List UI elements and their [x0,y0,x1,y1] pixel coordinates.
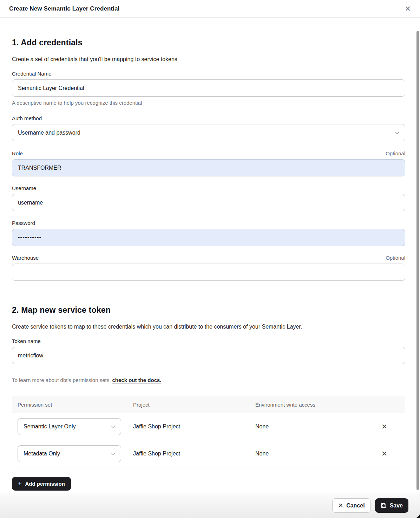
role-input[interactable] [12,159,405,176]
role-optional-tag: Optional [386,150,405,156]
section-heading-add-credentials: 1. Add credentials [12,38,405,47]
environment-write-access-cell: None [255,451,379,457]
username-field: Username [12,185,405,211]
auth-method-select[interactable]: Username and password [12,124,405,141]
remove-permission-icon[interactable]: ✕ [379,422,389,432]
permission-docs-note-text: To learn more about dbt's permission set… [12,377,112,383]
cancel-x-icon: ✕ [338,502,343,509]
create-credential-modal: Create New Semantic Layer Credential ✕ 1… [0,0,420,518]
project-cell: Jaffle Shop Project [133,451,255,457]
permission-set-select[interactable]: Metadata Only [18,445,121,462]
token-name-label: Token name [12,338,41,344]
close-icon[interactable]: ✕ [403,4,412,14]
remove-permission-icon[interactable]: ✕ [379,449,389,459]
credential-name-label: Credential Name [12,71,52,77]
add-permission-button[interactable]: + Add permission [12,477,71,491]
chevron-down-icon [395,130,399,134]
plus-icon: + [18,481,22,487]
scrollbar[interactable] [416,31,419,490]
token-name-input[interactable] [12,347,405,364]
save-label: Save [390,503,403,509]
warehouse-input[interactable] [12,264,405,281]
add-permission-label: Add permission [25,481,65,487]
permissions-table: Permission set Project Environment write… [12,396,405,467]
modal-footer: ✕ Cancel Save [0,493,420,518]
modal-header: Create New Semantic Layer Credential ✕ [0,0,420,18]
permission-row: Semantic Layer Only Jaffle Shop Project … [12,413,405,440]
role-label: Role [12,150,23,156]
permissions-table-header: Permission set Project Environment write… [12,396,405,413]
section-heading-map-service-token: 2. Map new service token [12,305,405,315]
section-description-add-credentials: Create a set of credentials that you'll … [12,56,405,63]
permission-set-selected-value: Semantic Layer Only [24,423,76,430]
auth-method-selected-value: Username and password [18,130,80,136]
username-input[interactable] [12,194,405,211]
auth-method-field: Auth method Username and password [12,115,405,141]
section-description-map-service-token: Create service tokens to map to these cr… [12,324,405,330]
project-cell: Jaffle Shop Project [133,423,255,430]
password-label: Password [12,220,35,226]
credential-name-helper: A descriptive name to help you recognize… [12,100,405,106]
credential-name-input[interactable] [12,79,405,97]
chevron-down-icon [111,451,115,455]
warehouse-field: Warehouse Optional [12,255,405,281]
environment-write-access-cell: None [255,423,379,430]
auth-method-label: Auth method [12,115,42,121]
permission-docs-note: To learn more about dbt's permission set… [12,377,405,383]
modal-title: Create New Semantic Layer Credential [9,5,119,12]
password-input[interactable] [12,229,405,246]
credential-name-field: Credential Name A descriptive name to he… [12,71,405,106]
warehouse-label: Warehouse [12,255,39,261]
permission-set-select[interactable]: Semantic Layer Only [18,418,121,435]
permission-set-selected-value: Metadata Only [24,451,60,457]
modal-scroll-area: 1. Add credentials Create a set of crede… [0,18,420,493]
column-header-project: Project [133,402,255,408]
column-header-permission-set: Permission set [18,402,133,408]
role-field: Role Optional [12,150,405,176]
warehouse-optional-tag: Optional [386,255,405,261]
password-field: Password [12,220,405,246]
username-label: Username [12,185,36,191]
token-name-field: Token name [12,338,405,364]
cancel-button[interactable]: ✕ Cancel [332,498,371,513]
save-floppy-icon [381,503,387,509]
cancel-label: Cancel [346,503,365,509]
chevron-down-icon [111,424,115,428]
column-header-environment-write-access: Environment write access [255,402,379,408]
docs-link[interactable]: check out the docs. [112,377,162,383]
permission-row: Metadata Only Jaffle Shop Project None ✕ [12,440,405,467]
save-button[interactable]: Save [375,498,408,513]
